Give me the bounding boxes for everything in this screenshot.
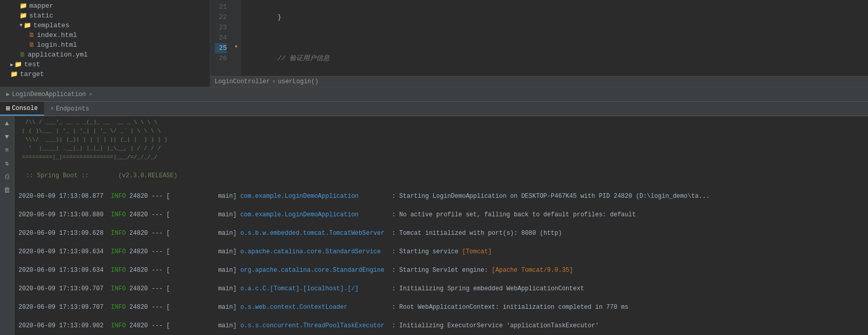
spring-ascii-art: /\\ / ___'_ __ _ _(_)_ __ __ _ \ \ \ \ (… [18, 118, 864, 162]
tree-item-test[interactable]: ▶ 📁 test [0, 60, 210, 69]
run-tab-label: LoginDemoApplication [12, 91, 86, 98]
console-output: /\\ / ___'_ __ _ _(_)_ __ __ _ \ \ \ \ (… [14, 116, 868, 335]
expand-arrow-test: ▶ [10, 62, 13, 68]
tree-label-static: static [29, 12, 53, 20]
tab-endpoints[interactable]: ⚡ Endpoints [44, 102, 95, 116]
line-num-26: 26 [215, 53, 227, 64]
log-line-3: 2020-06-09 17:13:09.628 INFO 24820 --- [… [18, 229, 864, 238]
clear-button[interactable]: 🗑 [2, 185, 12, 195]
log-line-2: 2020-06-09 17:13:08.880 INFO 24820 --- [… [18, 210, 864, 219]
folder-icon-target: 📁 [10, 70, 18, 78]
sort-button[interactable]: ⇅ [2, 158, 12, 169]
code-line-21: } [245, 12, 864, 23]
gutter: ● [231, 0, 241, 76]
line-numbers: 21 22 23 24 25 26 [210, 0, 231, 76]
tree-item-target[interactable]: 📁 target [0, 69, 210, 79]
scroll-up-button[interactable]: ▲ [2, 118, 12, 128]
code-content[interactable]: } // 验证用户信息 @RequestMapping("index") pub… [241, 0, 868, 76]
scroll-down-button[interactable]: ▼ [2, 132, 12, 142]
log-output: 2020-06-09 17:13:08.877 INFO 24820 --- [… [18, 192, 864, 201]
endpoints-tab-label: Endpoints [56, 105, 89, 113]
tree-label-templates: templates [33, 22, 69, 29]
run-icon: ▶ [6, 90, 10, 98]
console-toolbar: ▲ ▼ ≡ ⇅ ⎙ 🗑 [0, 116, 14, 335]
expand-arrow-templates: ▼ [20, 23, 23, 28]
rerun-button[interactable]: ≡ [2, 145, 12, 155]
line-num-21: 21 [215, 2, 227, 12]
log-line-8: 2020-06-09 17:13:09.902 INFO 24820 --- [… [18, 321, 864, 330]
log-line-4: 2020-06-09 17:13:09.634 INFO 24820 --- [… [18, 247, 864, 256]
console-tab-label: Console [12, 105, 37, 112]
tree-label-mapper: mapper [29, 2, 53, 10]
run-tab-bar: ▶ LoginDemoApplication × [0, 87, 868, 102]
breadcrumb-bar: LoginController › userLogin() [210, 76, 868, 87]
endpoints-icon: ⚡ [50, 105, 54, 113]
run-close-btn[interactable]: × [89, 91, 92, 98]
yml-file-icon: 🗎 [20, 51, 26, 59]
run-tab[interactable]: ▶ LoginDemoApplication × [2, 90, 97, 98]
code-panel: 21 22 23 24 25 26 ● } // 验证 [210, 0, 868, 87]
tree-item-static[interactable]: 📁 static [0, 11, 210, 21]
folder-icon-static: 📁 [20, 12, 27, 20]
breakpoint-icon: ● [235, 44, 238, 49]
log-line-6: 2020-06-09 17:13:09.707 INFO 24820 --- [… [18, 284, 864, 293]
tree-label-application-yml: application.yml [28, 51, 88, 59]
tree-item-templates[interactable]: ▼ 📁 templates [0, 21, 210, 30]
console-area: ▤ Console ⚡ Endpoints ▲ ▼ ≡ ⇅ ⎙ 🗑 /\\ / … [0, 102, 868, 335]
breadcrumb-method: userLogin() [278, 78, 318, 85]
log-line-7: 2020-06-09 17:13:09.707 INFO 24820 --- [… [18, 303, 864, 312]
console-tabs: ▤ Console ⚡ Endpoints [0, 102, 868, 116]
line-num-25: 25 [215, 43, 227, 53]
tree-label-test: test [24, 61, 40, 68]
html-file-icon: 🗎 [29, 31, 35, 39]
line-num-22: 22 [215, 12, 227, 23]
print-button[interactable]: ⎙ [2, 172, 12, 182]
spring-version: :: Spring Boot :: (v2.3.0.RELEASE) [18, 171, 864, 180]
file-tree: 📁 mapper 📁 static ▼ 📁 templates 🗎 index.… [0, 0, 210, 87]
folder-icon-templates: 📁 [24, 22, 31, 29]
code-line-22 [245, 33, 864, 43]
code-line-23: // 验证用户信息 [245, 53, 864, 64]
breadcrumb-sep: › [272, 78, 276, 85]
code-editor: 21 22 23 24 25 26 ● } // 验证 [210, 0, 868, 76]
tree-item-login-html[interactable]: 🗎 login.html [0, 40, 210, 50]
folder-icon-test: 📁 [14, 61, 22, 68]
folder-icon: 📁 [20, 2, 27, 10]
line-num-23: 23 [215, 23, 227, 33]
tree-item-index-html[interactable]: 🗎 index.html [0, 30, 210, 40]
console-body: ▲ ▼ ≡ ⇅ ⎙ 🗑 /\\ / ___'_ __ _ _(_)_ __ __… [0, 116, 868, 335]
tree-label-index-html: index.html [37, 31, 77, 39]
line-num-24: 24 [215, 33, 227, 43]
console-icon: ▤ [6, 104, 10, 112]
tree-item-application-yml[interactable]: 🗎 application.yml [0, 50, 210, 60]
html-file-icon-login: 🗎 [29, 41, 35, 49]
log-line-5: 2020-06-09 17:13:09.634 INFO 24820 --- [… [18, 266, 864, 275]
tree-label-target: target [20, 70, 44, 78]
top-area: 📁 mapper 📁 static ▼ 📁 templates 🗎 index.… [0, 0, 868, 87]
tree-item-mapper[interactable]: 📁 mapper [0, 1, 210, 11]
breadcrumb-class: LoginController [215, 78, 270, 85]
tab-console[interactable]: ▤ Console [0, 102, 44, 116]
tree-label-login-html: login.html [37, 41, 77, 49]
